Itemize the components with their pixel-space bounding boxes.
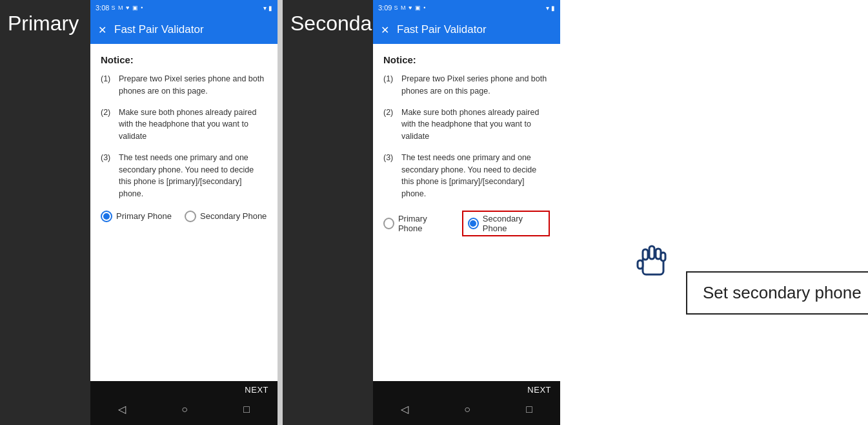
right-app-bar: ✕ Fast Pair Validator bbox=[373, 16, 560, 44]
right-notice-item-1: (1) Prepare two Pixel series phone and b… bbox=[383, 73, 550, 98]
svg-rect-5 bbox=[638, 260, 643, 269]
right-battery-icon: ▮ bbox=[551, 5, 555, 12]
svg-rect-2 bbox=[643, 249, 648, 260]
right-screen-content: Notice: (1) Prepare two Pixel series pho… bbox=[373, 44, 560, 381]
primary-label: Primary bbox=[8, 12, 79, 36]
left-status-bar: 3:08 S M ♥ ▣ • ▾ ▮ bbox=[90, 0, 278, 16]
left-panel: Primary 3:08 S M ♥ ▣ • ▾ ▮ ✕ Fast Pair V… bbox=[0, 0, 278, 425]
left-notice-title: Notice: bbox=[101, 54, 267, 65]
left-status-right: ▾ ▮ bbox=[263, 5, 272, 12]
left-notice-item-3: (3) The test needs one primary and one s… bbox=[101, 152, 267, 200]
left-nav-icons: ◁ ○ □ bbox=[90, 397, 278, 425]
left-status-icons: S M ♥ ▣ • bbox=[111, 5, 143, 11]
svg-rect-4 bbox=[661, 253, 665, 261]
right-wifi-icon: ▾ bbox=[546, 5, 549, 12]
svg-rect-1 bbox=[649, 246, 654, 259]
panel-divider bbox=[278, 0, 283, 425]
right-primary-radio[interactable]: Primary Phone bbox=[383, 214, 449, 233]
left-primary-radio[interactable]: Primary Phone bbox=[101, 211, 172, 222]
annotation-area: Set secondary phone bbox=[560, 0, 868, 425]
left-wifi-icon: ▾ bbox=[263, 5, 267, 12]
left-time: 3:08 bbox=[96, 4, 109, 12]
left-secondary-radio[interactable]: Secondary Phone bbox=[185, 211, 267, 222]
right-recents-icon[interactable]: □ bbox=[526, 404, 532, 415]
hand-cursor-icon bbox=[636, 242, 670, 281]
left-radio-row: Primary Phone Secondary Phone bbox=[101, 211, 267, 222]
left-next-button[interactable]: NEXT bbox=[90, 381, 278, 397]
left-status-left: 3:08 S M ♥ ▣ • bbox=[96, 4, 143, 12]
left-secondary-radio-label: Secondary Phone bbox=[200, 211, 267, 221]
left-close-icon[interactable]: ✕ bbox=[98, 24, 106, 36]
left-back-icon[interactable]: ◁ bbox=[118, 403, 126, 415]
right-time: 3:09 bbox=[378, 4, 392, 12]
right-close-icon[interactable]: ✕ bbox=[381, 24, 389, 36]
right-status-left: 3:09 S M ♥ ▣ • bbox=[378, 4, 426, 12]
left-primary-radio-label: Primary Phone bbox=[116, 211, 172, 221]
right-primary-radio-circle bbox=[383, 218, 394, 229]
left-primary-radio-circle bbox=[101, 211, 112, 222]
right-status-bar: 3:09 S M ♥ ▣ • ▾ ▮ bbox=[373, 0, 560, 16]
right-phone-screen: 3:09 S M ♥ ▣ • ▾ ▮ ✕ Fast Pair Validator… bbox=[373, 0, 560, 425]
left-bottom-bar: NEXT ◁ ○ □ bbox=[90, 381, 278, 425]
right-status-icons: S M ♥ ▣ • bbox=[394, 5, 426, 11]
right-notice-list: (1) Prepare two Pixel series phone and b… bbox=[383, 73, 550, 200]
left-phone-screen: 3:08 S M ♥ ▣ • ▾ ▮ ✕ Fast Pair Validator… bbox=[90, 0, 278, 425]
right-secondary-radio-circle bbox=[468, 218, 479, 229]
set-secondary-text: Set secondary phone bbox=[703, 283, 862, 302]
left-app-title: Fast Pair Validator bbox=[114, 23, 204, 36]
right-secondary-radio-highlighted[interactable]: Secondary Phone bbox=[462, 211, 550, 236]
right-radio-row: Primary Phone Secondary Phone bbox=[383, 211, 550, 236]
right-app-title: Fast Pair Validator bbox=[397, 23, 487, 36]
left-recents-icon[interactable]: □ bbox=[243, 404, 250, 415]
left-notice-item-1: (1) Prepare two Pixel series phone and b… bbox=[101, 73, 267, 98]
right-nav-icons: ◁ ○ □ bbox=[373, 397, 560, 425]
hand-cursor-container bbox=[636, 242, 670, 284]
left-screen-content: Notice: (1) Prepare two Pixel series pho… bbox=[90, 44, 278, 381]
right-home-icon[interactable]: ○ bbox=[464, 404, 470, 415]
right-primary-radio-label: Primary Phone bbox=[398, 214, 449, 233]
set-secondary-tooltip: Set secondary phone bbox=[686, 271, 868, 315]
right-notice-item-2: (2) Make sure both phones already paired… bbox=[383, 107, 550, 143]
left-label-section: Primary bbox=[0, 0, 90, 425]
right-label-section: Secondary bbox=[283, 0, 373, 425]
left-notice-list: (1) Prepare two Pixel series phone and b… bbox=[101, 73, 267, 200]
left-notice-item-2: (2) Make sure both phones already paired… bbox=[101, 107, 267, 143]
right-next-button[interactable]: NEXT bbox=[373, 381, 560, 397]
left-home-icon[interactable]: ○ bbox=[181, 404, 188, 415]
left-battery-icon: ▮ bbox=[268, 5, 272, 12]
left-app-bar: ✕ Fast Pair Validator bbox=[90, 16, 278, 44]
left-secondary-radio-circle bbox=[185, 211, 196, 222]
right-back-icon[interactable]: ◁ bbox=[401, 403, 409, 415]
right-status-right: ▾ ▮ bbox=[546, 5, 555, 12]
right-notice-title: Notice: bbox=[383, 54, 550, 65]
right-bottom-bar: NEXT ◁ ○ □ bbox=[373, 381, 560, 425]
right-panel: Secondary 3:09 S M ♥ ▣ • ▾ ▮ ✕ Fast Pair… bbox=[283, 0, 868, 425]
right-notice-item-3: (3) The test needs one primary and one s… bbox=[383, 152, 550, 200]
right-secondary-radio-label: Secondary Phone bbox=[483, 214, 544, 233]
